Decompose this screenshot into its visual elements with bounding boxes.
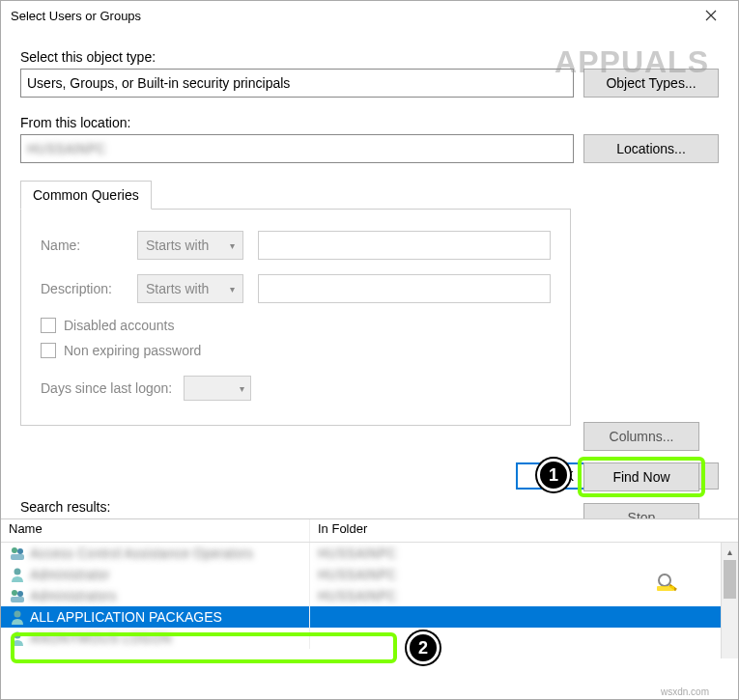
close-button[interactable]: [692, 3, 730, 28]
scroll-up-arrow-icon[interactable]: ▴: [722, 543, 738, 560]
svg-rect-4: [11, 554, 24, 560]
table-row[interactable]: Access Control Assistance OperatorsHUSSA…: [1, 543, 738, 564]
close-icon: [705, 10, 717, 21]
tab-container: Common Queries Name: Starts with ▾ Descr…: [20, 181, 719, 426]
disabled-accounts-checkbox[interactable]: [41, 318, 56, 333]
column-header-folder[interactable]: In Folder: [310, 519, 738, 542]
svg-point-9: [14, 611, 21, 618]
locations-button[interactable]: Locations...: [583, 134, 719, 163]
disabled-accounts-label: Disabled accounts: [64, 318, 174, 333]
object-type-label: Select this object type:: [20, 49, 719, 65]
name-match-combo[interactable]: Starts with ▾: [137, 231, 243, 260]
common-queries-panel: Name: Starts with ▾ Description: Starts …: [20, 209, 571, 426]
svg-point-6: [12, 590, 17, 596]
description-match-combo[interactable]: Starts with ▾: [137, 274, 243, 303]
row-folder-text: HUSSAINPC: [318, 588, 397, 603]
svg-point-3: [17, 548, 23, 554]
annotation-step-1: 1: [537, 459, 570, 491]
find-now-button[interactable]: Find Now: [583, 462, 699, 491]
dialog-window: Select Users or Groups Select this objec…: [0, 0, 739, 700]
user-icon: [9, 566, 26, 583]
window-title: Select Users or Groups: [11, 9, 141, 23]
columns-button[interactable]: Columns...: [583, 422, 699, 451]
grid-header: Name In Folder: [1, 519, 738, 543]
table-row[interactable]: ALL APPLICATION PACKAGES: [1, 606, 738, 628]
titlebar: Select Users or Groups: [1, 1, 738, 30]
user-icon: [9, 630, 26, 647]
annotation-step-2: 2: [407, 631, 440, 664]
svg-point-10: [14, 632, 21, 639]
column-header-name[interactable]: Name: [1, 519, 310, 542]
grid-body: Access Control Assistance OperatorsHUSSA…: [1, 543, 738, 658]
days-since-label: Days since last logon:: [41, 380, 172, 396]
location-field[interactable]: HUSSAINPC: [20, 134, 574, 163]
location-label: From this location:: [20, 115, 719, 130]
vertical-scrollbar[interactable]: ▴: [721, 543, 738, 658]
description-input[interactable]: [258, 274, 551, 303]
svg-rect-8: [11, 597, 24, 602]
group-icon: [9, 587, 26, 604]
svg-point-2: [12, 547, 17, 553]
attribution-text: wsxdn.com: [661, 686, 709, 697]
object-types-button[interactable]: Object Types...: [583, 69, 719, 98]
chevron-down-icon: ▾: [240, 383, 244, 394]
row-folder-text: HUSSAINPC: [318, 546, 397, 561]
description-label: Description:: [41, 281, 137, 296]
object-type-field[interactable]: Users, Groups, or Built-in security prin…: [20, 69, 574, 98]
chevron-down-icon: ▾: [230, 240, 235, 251]
name-label: Name:: [41, 238, 137, 253]
row-name-text: ANONYMOUS LOGON: [30, 630, 171, 646]
non-expiring-label: Non expiring password: [64, 343, 201, 358]
results-grid: Name In Folder Access Control Assistance…: [1, 518, 738, 658]
days-since-combo[interactable]: ▾: [184, 376, 251, 401]
group-icon: [9, 545, 26, 562]
non-expiring-checkbox[interactable]: [41, 343, 56, 358]
table-row[interactable]: AdministratorHUSSAINPC: [1, 564, 738, 585]
name-input[interactable]: [258, 231, 551, 260]
row-name-text: Administrator: [30, 567, 109, 582]
row-name-text: Access Control Assistance Operators: [30, 546, 253, 561]
chevron-down-icon: ▾: [230, 284, 235, 294]
user-icon: [9, 608, 26, 626]
table-row[interactable]: ANONYMOUS LOGON: [1, 628, 738, 649]
row-name-text: Administrators: [30, 588, 116, 603]
tab-common-queries[interactable]: Common Queries: [20, 181, 152, 210]
table-row[interactable]: AdministratorsHUSSAINPC: [1, 585, 738, 606]
svg-point-5: [14, 569, 21, 575]
row-folder-text: HUSSAINPC: [318, 567, 397, 582]
svg-point-7: [17, 591, 23, 597]
scroll-thumb[interactable]: [724, 560, 736, 599]
row-name-text: ALL APPLICATION PACKAGES: [30, 609, 222, 625]
